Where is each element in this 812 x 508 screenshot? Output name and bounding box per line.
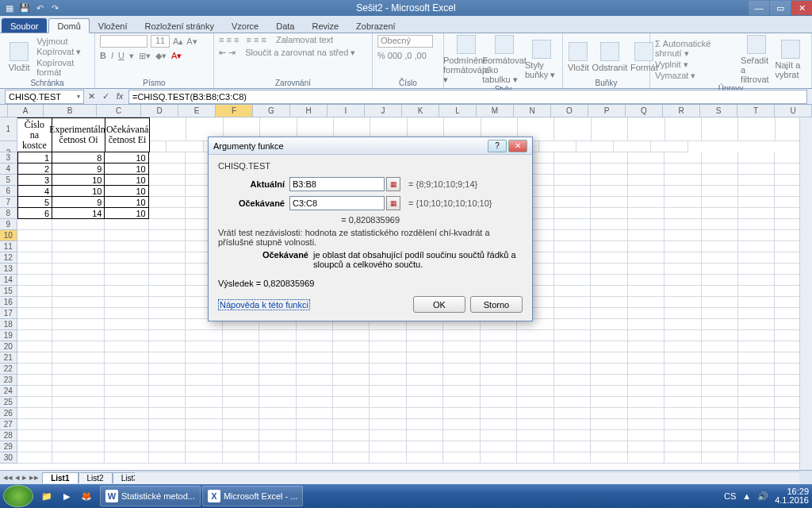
cell[interactable] bbox=[702, 319, 738, 330]
row-header[interactable]: 21 bbox=[0, 352, 17, 364]
cell[interactable] bbox=[17, 330, 52, 341]
sheet-nav[interactable]: ◂◂ ◂ ▸ ▸▸ bbox=[0, 472, 42, 483]
format-painter-button[interactable]: Kopírovat formát bbox=[36, 58, 90, 77]
row-header[interactable]: 14 bbox=[0, 275, 17, 286]
cell[interactable] bbox=[517, 430, 553, 441]
cell[interactable] bbox=[52, 297, 105, 308]
cell[interactable] bbox=[628, 386, 665, 397]
cell[interactable] bbox=[481, 330, 517, 341]
cell[interactable] bbox=[407, 341, 443, 352]
cell[interactable] bbox=[370, 408, 406, 419]
cell[interactable] bbox=[52, 252, 105, 264]
cell[interactable] bbox=[333, 430, 370, 441]
cancel-formula-icon[interactable]: ✕ bbox=[86, 91, 97, 102]
cell[interactable] bbox=[591, 364, 627, 375]
cell[interactable] bbox=[370, 430, 406, 441]
row-header[interactable]: 5 bbox=[0, 175, 17, 186]
row-header[interactable]: 25 bbox=[0, 397, 17, 408]
cell[interactable] bbox=[52, 364, 105, 375]
row-header[interactable]: 12 bbox=[0, 252, 17, 264]
cell[interactable] bbox=[149, 286, 186, 297]
cell[interactable] bbox=[52, 375, 105, 386]
cell[interactable] bbox=[738, 241, 775, 252]
cell[interactable] bbox=[628, 275, 665, 286]
row-header[interactable]: 8 bbox=[0, 208, 17, 219]
column-header[interactable]: K bbox=[402, 105, 439, 117]
cell[interactable]: 3 bbox=[17, 175, 53, 186]
column-header[interactable]: D bbox=[141, 105, 178, 117]
row-header[interactable]: 24 bbox=[0, 386, 17, 397]
cell[interactable] bbox=[17, 375, 52, 386]
cell[interactable] bbox=[186, 408, 222, 419]
cell[interactable] bbox=[702, 175, 738, 186]
cell[interactable] bbox=[665, 152, 701, 164]
cell[interactable] bbox=[554, 164, 591, 175]
column-header[interactable]: A bbox=[8, 105, 44, 117]
column-header[interactable]: G bbox=[253, 105, 290, 117]
cell[interactable] bbox=[259, 364, 296, 375]
cell[interactable] bbox=[738, 441, 775, 452]
cell[interactable] bbox=[628, 175, 665, 186]
cell[interactable] bbox=[591, 186, 627, 197]
cell[interactable] bbox=[149, 397, 186, 408]
cell[interactable] bbox=[702, 186, 738, 197]
cell[interactable] bbox=[628, 430, 665, 441]
cell[interactable]: 9 bbox=[52, 197, 105, 208]
column-header[interactable]: B bbox=[44, 105, 97, 117]
cell[interactable] bbox=[105, 219, 148, 230]
cell[interactable] bbox=[517, 452, 553, 464]
cell[interactable] bbox=[407, 430, 443, 441]
column-header[interactable]: J bbox=[365, 105, 402, 117]
column-header[interactable]: N bbox=[514, 105, 551, 117]
cell[interactable] bbox=[591, 330, 627, 341]
sheet-tab[interactable]: List1 bbox=[42, 472, 78, 483]
cell[interactable] bbox=[738, 197, 775, 208]
cell[interactable] bbox=[481, 430, 517, 441]
dialog-close-button[interactable]: ✕ bbox=[508, 140, 527, 152]
row-header[interactable]: 6 bbox=[0, 186, 17, 197]
cell[interactable] bbox=[738, 208, 775, 219]
tab-vložení[interactable]: Vložení bbox=[90, 18, 136, 33]
cell[interactable] bbox=[259, 386, 296, 397]
cell[interactable] bbox=[105, 430, 148, 441]
cell[interactable] bbox=[17, 341, 52, 352]
cell[interactable] bbox=[591, 208, 627, 219]
cell[interactable] bbox=[52, 397, 105, 408]
cell[interactable] bbox=[149, 186, 186, 197]
cell[interactable] bbox=[17, 241, 52, 252]
cell[interactable] bbox=[665, 297, 701, 308]
cell[interactable] bbox=[149, 452, 186, 464]
lang-indicator[interactable]: CS bbox=[724, 491, 736, 501]
accept-formula-icon[interactable]: ✓ bbox=[100, 91, 111, 102]
cell[interactable]: 4 bbox=[17, 186, 53, 197]
cell[interactable] bbox=[554, 264, 591, 275]
cell[interactable] bbox=[702, 452, 738, 464]
cell[interactable] bbox=[517, 341, 553, 352]
cell[interactable] bbox=[186, 441, 222, 452]
cell[interactable] bbox=[554, 297, 591, 308]
cell[interactable] bbox=[52, 386, 105, 397]
cell[interactable] bbox=[591, 386, 627, 397]
column-header[interactable]: C bbox=[97, 105, 141, 117]
cell[interactable] bbox=[554, 330, 591, 341]
cell[interactable] bbox=[554, 197, 591, 208]
tray-icon[interactable]: 🔊 bbox=[757, 491, 768, 502]
cell[interactable] bbox=[105, 352, 148, 364]
cell[interactable] bbox=[554, 208, 591, 219]
cell[interactable] bbox=[628, 308, 665, 319]
cell[interactable] bbox=[591, 430, 627, 441]
cell[interactable] bbox=[407, 397, 443, 408]
cell[interactable] bbox=[105, 364, 148, 375]
cell[interactable] bbox=[665, 330, 701, 341]
select-all-corner[interactable] bbox=[0, 105, 8, 117]
cell[interactable] bbox=[333, 352, 370, 364]
cell[interactable] bbox=[105, 386, 148, 397]
cell[interactable] bbox=[407, 419, 443, 430]
cell[interactable] bbox=[554, 230, 591, 241]
cell[interactable] bbox=[52, 219, 105, 230]
cell[interactable] bbox=[370, 330, 406, 341]
cell[interactable] bbox=[702, 152, 738, 164]
dialog-help-button[interactable]: ? bbox=[488, 140, 507, 152]
cell[interactable] bbox=[149, 175, 186, 186]
cell[interactable] bbox=[665, 219, 701, 230]
